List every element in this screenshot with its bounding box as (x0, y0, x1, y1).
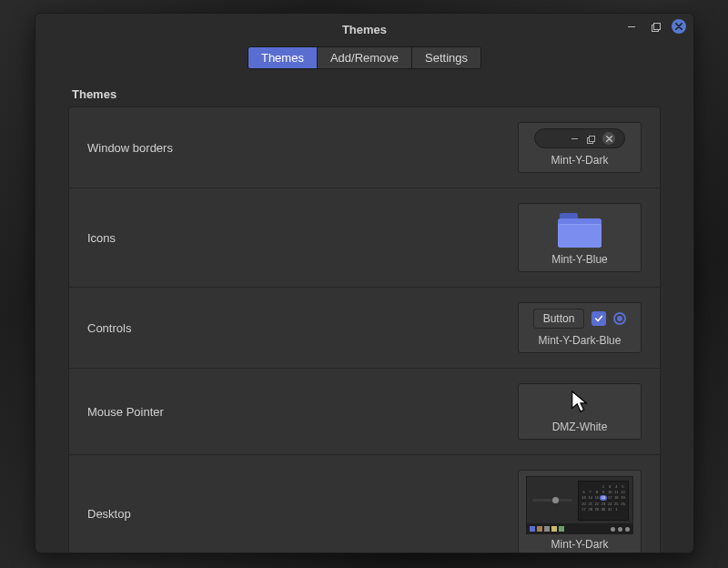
sample-radio-icon (613, 312, 626, 325)
window-title: Themes (342, 23, 387, 36)
window-borders-preview-bar (534, 128, 625, 148)
mouse-pointer-selector[interactable]: DMZ-White (518, 383, 642, 440)
desktop-thumbnail: 2345678910111213141516171819202122232425… (526, 476, 633, 534)
row-controls: Controls Button Mint-Y-Dark-Blue (69, 287, 660, 368)
tab-bar: Themes Add/Remove Settings (35, 46, 693, 69)
desktop-preview: 2345678910111213141516171819202122232425… (526, 476, 633, 534)
tab-settings[interactable]: Settings (412, 47, 480, 68)
controls-value: Mint-Y-Dark-Blue (539, 334, 622, 347)
tab-themes[interactable]: Themes (248, 47, 318, 68)
tab-add-remove[interactable]: Add/Remove (318, 47, 412, 68)
minimize-icon (628, 26, 635, 27)
tab-bar-inner: Themes Add/Remove Settings (248, 46, 481, 69)
window-borders-selector[interactable]: Mint-Y-Dark (518, 122, 642, 173)
preview-maximize-icon (587, 136, 593, 142)
row-window-borders-label: Window borders (87, 141, 173, 155)
row-controls-label: Controls (87, 321, 131, 335)
desktop-selector[interactable]: 2345678910111213141516171819202122232425… (518, 470, 642, 553)
calendar-icon: 2345678910111213141516171819202122232425… (578, 481, 629, 521)
mouse-pointer-value: DMZ-White (552, 421, 608, 433)
preview-minimize-icon (571, 138, 578, 139)
row-mouse-pointer-label: Mouse Pointer (87, 405, 164, 419)
row-desktop-label: Desktop (87, 507, 131, 521)
themes-card: Window borders Mint-Y-Dark (68, 106, 661, 553)
window-borders-value: Mint-Y-Dark (551, 154, 609, 167)
mouse-pointer-preview (526, 390, 633, 415)
titlebar: Themes (35, 14, 693, 45)
icons-value: Mint-Y-Blue (551, 253, 608, 266)
cursor-icon (570, 390, 590, 415)
icons-preview (526, 213, 633, 248)
row-window-borders: Window borders Mint-Y-Dark (69, 107, 660, 188)
row-desktop: Desktop 23456789101112131415161718192021… (69, 454, 660, 553)
section-heading: Themes (68, 82, 661, 106)
row-icons: Icons Mint-Y-Blue (69, 188, 660, 287)
icons-selector[interactable]: Mint-Y-Blue (518, 203, 642, 272)
controls-preview: Button (526, 309, 633, 329)
themes-window: Themes Themes Add/Remove Settings Themes… (35, 13, 694, 553)
maximize-icon (652, 23, 659, 30)
content-area: Themes Window borders Mint- (35, 82, 693, 553)
minimize-button[interactable] (624, 19, 639, 34)
window-controls (624, 19, 686, 34)
maximize-button[interactable] (648, 19, 662, 34)
close-icon (672, 19, 686, 34)
sample-button: Button (533, 309, 585, 329)
desktop-value: Mint-Y-Dark (551, 538, 609, 551)
folder-icon (558, 213, 602, 248)
row-mouse-pointer: Mouse Pointer DMZ-White (69, 368, 660, 454)
sample-checkbox-icon (592, 311, 606, 326)
row-icons-label: Icons (87, 231, 116, 245)
close-button[interactable] (672, 19, 686, 34)
preview-close-icon (602, 132, 615, 145)
window-borders-preview (526, 128, 633, 148)
controls-selector[interactable]: Button Mint-Y-Dark-Blue (518, 302, 642, 353)
